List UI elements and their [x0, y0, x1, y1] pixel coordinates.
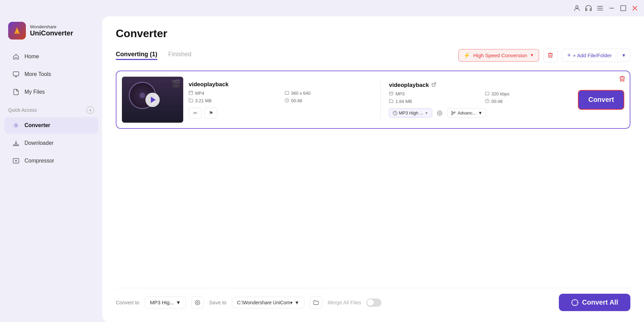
source-resolution: 360 x 640 — [291, 91, 311, 96]
output-duration: 00:48 — [491, 99, 503, 104]
output-format-item: MP3 — [389, 91, 477, 97]
quality-label: MP3 High ... — [399, 110, 423, 116]
svg-rect-36 — [454, 111, 455, 113]
source-meta-grid: MP4 360 x 640 — [189, 91, 372, 104]
source-format: MP4 — [195, 91, 204, 96]
sidebar-item-home[interactable]: Home — [4, 48, 98, 65]
output-filename: videoplayback — [389, 82, 429, 89]
sidebar-item-my-files[interactable]: My Files — [4, 84, 98, 100]
source-resolution-item: 360 x 640 — [285, 91, 373, 96]
close-icon[interactable] — [631, 4, 639, 12]
advanced-dropdown[interactable]: Advanc... ▼ — [447, 108, 486, 118]
tab-converting[interactable]: Converting (1) — [116, 51, 157, 60]
quick-access-label: Quick Access — [8, 107, 37, 113]
svg-rect-34 — [451, 113, 452, 115]
sidebar-item-converter-label: Converter — [25, 122, 50, 128]
play-button[interactable] — [145, 93, 160, 107]
resolution-icon — [285, 91, 289, 96]
flag-button[interactable]: ⚑ — [204, 108, 217, 119]
convert-to-label: Convert to — [116, 300, 139, 305]
convert-button[interactable]: Convert — [578, 90, 624, 110]
main-content: Converter Converting (1) Finished ⚡ High… — [102, 16, 644, 322]
svg-rect-7 — [621, 6, 626, 11]
file-thumbnail[interactable]: 🎬 — [122, 77, 183, 123]
folder-browse-button[interactable] — [310, 296, 322, 309]
plus-icon: + — [567, 52, 571, 59]
bottom-format-dropdown[interactable]: MP3 Hig... ▼ — [145, 296, 186, 308]
logo-brand: Wondershare — [30, 24, 73, 29]
logo: Wondershare UniConverter — [0, 16, 102, 48]
advanced-chevron-icon: ▼ — [478, 110, 483, 116]
toggle-knob — [367, 299, 374, 306]
svg-point-38 — [197, 302, 198, 303]
source-size: 3.21 MB — [195, 98, 211, 103]
sidebar-item-downloader-label: Downloader — [25, 140, 53, 146]
quality-chevron-icon: ▼ — [425, 111, 428, 115]
menu-icon[interactable] — [596, 4, 604, 12]
tab-finished[interactable]: Finished — [168, 51, 191, 60]
add-file-main[interactable]: + + Add File/Folder — [562, 49, 617, 62]
bolt-icon: ⚡ — [464, 52, 470, 59]
svg-rect-1 — [586, 9, 587, 11]
sidebar-item-converter[interactable]: Converter — [4, 117, 98, 134]
sidebar-item-home-label: Home — [25, 53, 39, 60]
maximize-icon[interactable] — [619, 4, 627, 12]
tabs-toolbar: Converting (1) Finished ⚡ High Speed Con… — [116, 48, 630, 62]
converter-icon — [12, 122, 20, 129]
file-info-source: videoplayback MP4 — [189, 81, 381, 119]
play-triangle-icon — [151, 97, 156, 103]
video-icon — [189, 91, 193, 96]
save-path-dropdown[interactable]: C:\Wondershare UniCom▾ ▼ — [232, 297, 304, 308]
high-speed-button[interactable]: ⚡ High Speed Conversion ▼ — [458, 49, 539, 62]
output-format-row: MP3 High ... ▼ Advanc... ▼ — [389, 108, 572, 118]
quick-access-section: Quick Access + — [0, 101, 102, 117]
output-bitrate-item: 320 kbps — [485, 91, 573, 97]
svg-rect-17 — [189, 91, 193, 95]
bottom-format-chevron-icon: ▼ — [176, 300, 181, 305]
folder-icon — [189, 98, 193, 104]
bottom-bar: Convert to MP3 Hig... ▼ Save to C:\Wonde… — [116, 288, 630, 311]
headset-icon[interactable] — [585, 4, 592, 12]
target-icon[interactable] — [435, 108, 444, 118]
film-icon: 🎬 — [171, 79, 180, 88]
compressor-icon — [12, 157, 20, 165]
sidebar-item-more-tools[interactable]: More Tools — [4, 66, 98, 82]
minimize-icon[interactable] — [608, 4, 615, 12]
delete-all-button[interactable] — [543, 48, 557, 62]
sidebar-item-my-files-label: My Files — [25, 89, 45, 95]
svg-point-27 — [437, 111, 442, 115]
external-link-icon[interactable] — [431, 82, 436, 88]
add-file-chevron-icon[interactable]: ▼ — [617, 50, 630, 61]
trim-button[interactable]: ✂ — [189, 108, 202, 119]
advanced-label: Advanc... — [458, 110, 476, 116]
svg-rect-24 — [485, 92, 489, 95]
output-meta-grid: MP3 320 kbps — [389, 91, 572, 104]
logo-product: UniConverter — [30, 29, 73, 37]
sidebar-item-more-tools-label: More Tools — [25, 71, 51, 77]
save-path-chevron-icon: ▼ — [295, 300, 299, 305]
svg-point-37 — [195, 300, 200, 305]
quick-access-plus-button[interactable]: + — [87, 106, 94, 114]
svg-point-28 — [439, 112, 440, 114]
card-delete-button[interactable] — [619, 75, 626, 84]
home-icon — [12, 53, 20, 60]
svg-rect-35 — [453, 112, 453, 114]
logo-text: Wondershare UniConverter — [30, 24, 73, 37]
sidebar-item-compressor[interactable]: Compressor — [4, 153, 98, 169]
quality-dropdown[interactable]: MP3 High ... ▼ — [389, 108, 432, 118]
output-size-item: 1.84 MB — [389, 99, 477, 104]
bottom-target-icon[interactable] — [191, 296, 204, 309]
save-to-label: Save to — [209, 300, 226, 305]
user-icon[interactable] — [573, 4, 581, 12]
merge-toggle[interactable] — [366, 298, 381, 307]
source-duration-item: 00:48 — [285, 98, 373, 104]
svg-line-21 — [434, 83, 436, 85]
sidebar-item-downloader[interactable]: Downloader — [4, 135, 98, 151]
file-info-output: videoplayback MP3 — [386, 82, 572, 118]
output-bitrate: 320 kbps — [491, 91, 509, 96]
add-file-button[interactable]: + + Add File/Folder ▼ — [562, 49, 630, 62]
svg-rect-2 — [590, 9, 592, 11]
bottom-format-label: MP3 Hig... — [150, 300, 174, 305]
convert-all-button[interactable]: Convert All — [559, 294, 630, 311]
source-size-item: 3.21 MB — [189, 98, 277, 104]
